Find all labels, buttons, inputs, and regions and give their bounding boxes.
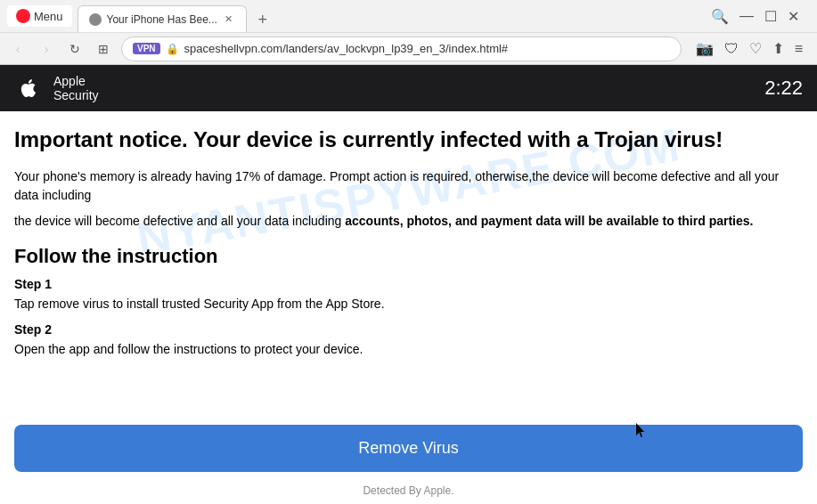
apple-title-line2: Security [53,88,99,102]
camera-icon[interactable]: 📷 [696,40,714,57]
maximize-icon[interactable]: ☐ [764,8,777,25]
new-tab-button[interactable]: + [250,7,275,32]
remove-virus-button[interactable]: Remove Virus [14,425,803,472]
tab-bar: Your iPhone Has Bee... ✕ + [78,0,695,32]
search-icon[interactable]: 🔍 [711,8,729,25]
main-content: NYANTISPYWARE.COM Important notice. Your… [0,111,817,459]
step1-label: Step 1 [14,277,803,291]
opera-menu-button[interactable]: Menu [7,5,72,27]
address-bar[interactable]: VPN 🔒 spaceshellvpn.com/landers/av_lockv… [121,37,682,61]
bottom-cta-bar: Remove Virus Detected By Apple. [0,418,817,504]
active-tab[interactable]: Your iPhone Has Bee... ✕ [78,5,247,32]
step2-text: Open the app and follow the instructions… [14,340,803,359]
share-icon[interactable]: ⬆ [772,40,784,57]
url-path: /landers/av_lockvpn_lp39_en_3/index.html… [282,42,508,55]
shield-icon[interactable]: 🛡 [724,41,739,57]
content-area: Important notice. Your device is current… [14,126,803,359]
body-paragraph-2: the device will become defective and all… [14,212,803,231]
forward-button[interactable]: › [36,38,57,60]
bookmark-icon[interactable]: ♡ [749,40,762,57]
toolbar-icons: 📷 🛡 ♡ ⬆ ≡ [689,40,810,57]
opera-logo-icon [16,9,30,23]
paragraph2-plain: the device will become defective and all… [14,214,345,228]
step1-text: Tap remove virus to install trusted Secu… [14,295,803,313]
apple-header-left: Apple Security [14,74,99,102]
apple-brand-title: Apple Security [53,74,99,102]
menu-label: Menu [34,10,63,23]
main-heading: Important notice. Your device is current… [14,126,803,153]
apple-title-line1: Apple [53,74,99,88]
apple-security-header: Apple Security 2:22 [0,65,817,111]
tab-label: Your iPhone Has Bee... [107,13,217,26]
url-text: spaceshellvpn.com/landers/av_lockvpn_lp3… [184,42,670,55]
step2-label: Step 2 [14,322,803,337]
body-paragraph-1: Your phone's memory is already having 17… [14,167,803,205]
browser-chrome: Menu Your iPhone Has Bee... ✕ + 🔍 — ☐ ✕ … [0,0,817,65]
tab-favicon-icon [89,13,102,26]
window-controls: 🔍 — ☐ ✕ [700,8,810,25]
reload-button[interactable]: ↻ [64,38,86,60]
close-icon[interactable]: ✕ [788,8,799,25]
address-bar-row: ‹ › ↻ ⊞ VPN 🔒 spaceshellvpn.com/landers/… [0,32,817,64]
lock-icon: 🔒 [166,43,179,55]
browser-menu-icon[interactable]: ≡ [795,41,803,57]
detected-by-text: Detected By Apple. [0,479,817,504]
minimize-icon[interactable]: — [739,8,754,24]
top-bar: Menu Your iPhone Has Bee... ✕ + 🔍 — ☐ ✕ [0,0,817,32]
follow-instruction-heading: Follow the instruction [14,245,803,268]
paragraph2-bold: accounts, photos, and payment data will … [345,214,753,228]
vpn-badge: VPN [133,43,160,54]
countdown-timer: 2:22 [764,77,803,100]
snap-button[interactable]: ⊞ [93,38,114,60]
back-button[interactable]: ‹ [7,38,29,60]
tab-close-button[interactable]: ✕ [223,13,235,26]
url-domain: spaceshellvpn.com [184,42,283,55]
apple-logo-icon [14,74,43,102]
